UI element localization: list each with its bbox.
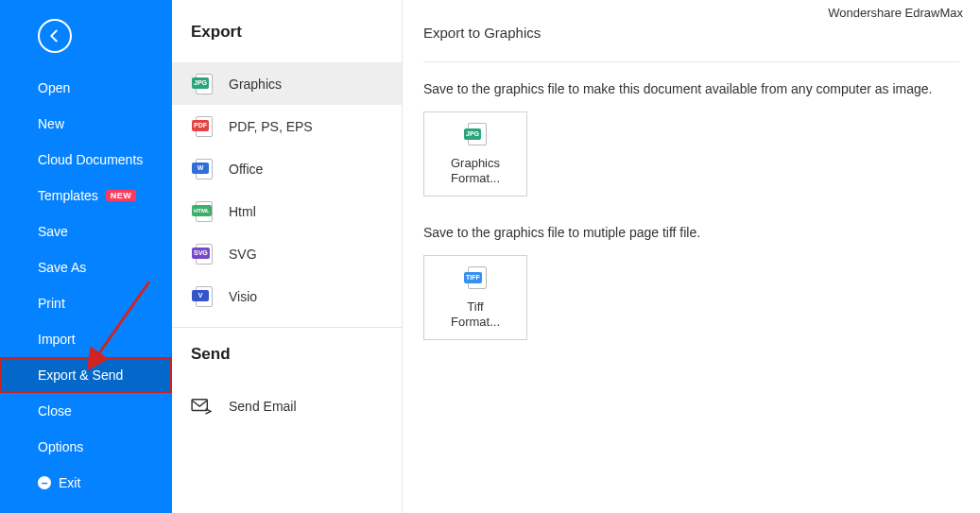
sidebar-item-save-as[interactable]: Save As <box>0 249 172 285</box>
word-icon: W <box>191 159 212 180</box>
mid-item-label: PDF, PS, EPS <box>229 119 313 134</box>
send-item-email[interactable]: Send Email <box>172 385 402 427</box>
back-button[interactable] <box>38 19 72 53</box>
svg-icon: SVG <box>191 244 212 265</box>
tile-label: Tiff Format... <box>451 299 500 331</box>
send-email-icon <box>191 396 212 417</box>
export-type-column: Export JPG Graphics PDF PDF, PS, EPS W O… <box>172 0 403 513</box>
app-root: Open New Cloud Documents Templates NEW S… <box>0 0 980 513</box>
html-icon: HTML <box>191 201 212 222</box>
sidebar-item-open[interactable]: Open <box>0 70 172 106</box>
sidebar-item-label: Save As <box>38 260 86 275</box>
jpg-icon: JPG <box>191 74 212 94</box>
send-section-header: Send <box>172 328 402 385</box>
sidebar-item-label: Save <box>38 224 68 239</box>
sidebar-item-cloud-documents[interactable]: Cloud Documents <box>0 142 172 178</box>
sidebar-item-label: New <box>38 116 64 131</box>
svg-rect-0 <box>192 399 207 410</box>
main-panel: Export to Graphics Save to the graphics … <box>403 0 980 513</box>
sidebar-item-label: Cloud Documents <box>38 152 143 167</box>
mid-item-label: Office <box>229 162 263 177</box>
tile-graphics-format[interactable]: JPG Graphics Format... <box>423 111 527 197</box>
sidebar-item-exit[interactable]: – Exit <box>0 465 172 501</box>
arrow-left-icon <box>46 27 63 44</box>
sidebar-item-new[interactable]: New <box>0 106 172 142</box>
jpg-icon: JPG <box>464 122 487 148</box>
file-menu-sidebar: Open New Cloud Documents Templates NEW S… <box>0 0 172 513</box>
mid-item-label: Send Email <box>229 399 297 414</box>
sidebar-item-label: Exit <box>59 475 80 490</box>
export-item-svg[interactable]: SVG SVG <box>172 232 402 275</box>
sidebar-item-close[interactable]: Close <box>0 393 172 429</box>
export-item-visio[interactable]: V Visio <box>172 275 402 317</box>
app-title: Wondershare EdrawMax <box>828 6 963 20</box>
tile-tiff-format[interactable]: TIFF Tiff Format... <box>423 255 527 340</box>
desc-tiff-format: Save to the graphics file to mutiple pag… <box>423 225 959 240</box>
sidebar-item-export-send[interactable]: Export & Send <box>0 357 172 393</box>
mid-item-label: Graphics <box>229 77 282 92</box>
sidebar-item-options[interactable]: Options <box>0 429 172 465</box>
export-section-header: Export <box>172 0 402 62</box>
sidebar-item-label: Open <box>38 80 70 95</box>
sidebar-item-label: Templates <box>38 188 98 203</box>
sidebar-item-label: Options <box>38 439 83 454</box>
sidebar-item-label: Close <box>38 403 72 419</box>
sidebar-item-templates[interactable]: Templates NEW <box>0 178 172 214</box>
tile-label: Graphics Format... <box>451 156 500 187</box>
sidebar-item-label: Export & Send <box>38 368 123 383</box>
exit-icon: – <box>38 476 51 489</box>
export-item-office[interactable]: W Office <box>172 147 402 190</box>
sidebar-item-import[interactable]: Import <box>0 321 172 357</box>
sidebar-item-label: Import <box>38 332 76 347</box>
new-badge: NEW <box>106 190 137 201</box>
export-item-pdf[interactable]: PDF PDF, PS, EPS <box>172 105 402 147</box>
pdf-icon: PDF <box>191 116 212 137</box>
mid-item-label: SVG <box>229 247 257 262</box>
export-item-graphics[interactable]: JPG Graphics <box>172 62 402 105</box>
sidebar-item-save[interactable]: Save <box>0 214 172 249</box>
desc-graphics-format: Save to the graphics file to make this d… <box>423 81 959 96</box>
tiff-icon: TIFF <box>464 265 487 292</box>
export-item-html[interactable]: HTML Html <box>172 190 402 232</box>
mid-item-label: Visio <box>229 289 257 304</box>
sidebar-item-print[interactable]: Print <box>0 285 172 321</box>
mid-item-label: Html <box>229 204 256 219</box>
sidebar-item-label: Print <box>38 296 65 311</box>
visio-icon: V <box>191 286 212 307</box>
